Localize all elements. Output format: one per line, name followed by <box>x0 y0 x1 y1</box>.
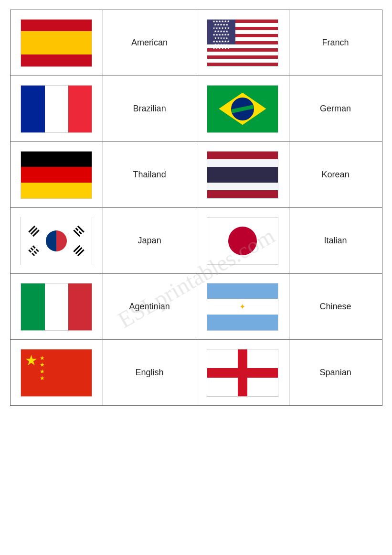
page: ESLprintables.com American <box>10 10 382 501</box>
flag-usa: ★★★★★★ ★★★★★ ★★★★★★ ★★★★★ ★★★★★★ ★★★★★ ★… <box>207 19 278 67</box>
flag-england <box>207 349 278 397</box>
flag-brazil-container <box>200 80 285 138</box>
flag-spain-container <box>14 14 99 72</box>
flag-japan <box>207 217 278 265</box>
flag-korea <box>21 217 92 265</box>
label-cell: Spanian <box>289 340 382 406</box>
flag-argentina: ✦ <box>207 283 278 331</box>
table-row: Thailand Korean <box>10 142 382 208</box>
flag-cell <box>196 76 289 142</box>
flag-argentina-container: ✦ <box>200 278 285 336</box>
flag-korea-container <box>14 212 99 270</box>
nationality-label: American <box>131 38 168 47</box>
table-row: ★ ★ ★ ★ ★ English <box>10 340 382 406</box>
nationality-label: German <box>320 104 351 113</box>
label-cell: Thailand <box>103 142 196 208</box>
china-small-stars: ★ ★ ★ ★ <box>40 355 45 381</box>
japan-circle <box>228 227 257 255</box>
nationality-label: Brazilian <box>133 104 166 113</box>
flag-france-container <box>14 80 99 138</box>
nationality-label: Chinese <box>320 302 351 311</box>
flag-china: ★ ★ ★ ★ ★ <box>21 349 92 397</box>
flag-japan-container <box>200 212 285 270</box>
flag-cell <box>196 340 289 406</box>
table-row: Agentinian ✦ Chinese <box>10 274 382 340</box>
label-cell: Korean <box>289 142 382 208</box>
label-cell: English <box>103 340 196 406</box>
flag-cell <box>196 208 289 274</box>
label-cell: Agentinian <box>103 274 196 340</box>
nationality-label: Agentinian <box>129 302 170 311</box>
flag-italy-container <box>14 278 99 336</box>
flag-cell <box>10 76 103 142</box>
flag-thailand-container <box>200 146 285 204</box>
flag-cell: ★★★★★★ ★★★★★ ★★★★★★ ★★★★★ ★★★★★★ ★★★★★ ★… <box>196 10 289 76</box>
flag-germany <box>21 151 92 199</box>
flag-cell <box>196 142 289 208</box>
flag-spain <box>21 19 92 67</box>
nationality-label: Japan <box>138 236 161 245</box>
flag-italy <box>21 283 92 331</box>
label-cell: Italian <box>289 208 382 274</box>
flag-cell <box>10 142 103 208</box>
flag-china-container: ★ ★ ★ ★ ★ <box>14 344 99 402</box>
flag-cell <box>10 10 103 76</box>
flag-usa-container: ★★★★★★ ★★★★★ ★★★★★★ ★★★★★ ★★★★★★ ★★★★★ ★… <box>200 14 285 72</box>
bottom-space <box>10 406 382 501</box>
label-cell: American <box>103 10 196 76</box>
label-cell: Brazilian <box>103 76 196 142</box>
table-row: American <box>10 10 382 76</box>
nationality-label: English <box>136 368 164 377</box>
table-row: Japan Italian <box>10 208 382 274</box>
argentina-sun: ✦ <box>239 302 245 311</box>
flag-stripe <box>21 20 92 32</box>
flag-cell <box>10 208 103 274</box>
flag-france <box>21 85 92 133</box>
flag-cell: ★ ★ ★ ★ ★ <box>10 340 103 406</box>
label-cell: Japan <box>103 208 196 274</box>
flag-england-container <box>200 344 285 402</box>
label-cell: German <box>289 76 382 142</box>
nationality-label: Spanian <box>320 368 351 377</box>
label-cell: Franch <box>289 10 382 76</box>
flag-grid: American <box>10 10 382 406</box>
nationality-label: Italian <box>324 236 347 245</box>
flag-cell: ✦ <box>196 274 289 340</box>
flag-thailand <box>207 151 278 199</box>
label-cell: Chinese <box>289 274 382 340</box>
flag-stripe <box>21 31 92 54</box>
flag-brazil <box>207 85 278 133</box>
nationality-label: Franch <box>322 38 349 47</box>
flag-germany-container <box>14 146 99 204</box>
nationality-label: Thailand <box>133 170 166 179</box>
table-row: Brazilian German <box>10 76 382 142</box>
flag-cell <box>10 274 103 340</box>
nationality-label: Korean <box>322 170 350 179</box>
usa-canton: ★★★★★★ ★★★★★ ★★★★★★ ★★★★★ ★★★★★★ ★★★★★ ★… <box>207 20 235 45</box>
china-big-star: ★ <box>25 353 38 368</box>
flag-stripe <box>21 54 92 66</box>
